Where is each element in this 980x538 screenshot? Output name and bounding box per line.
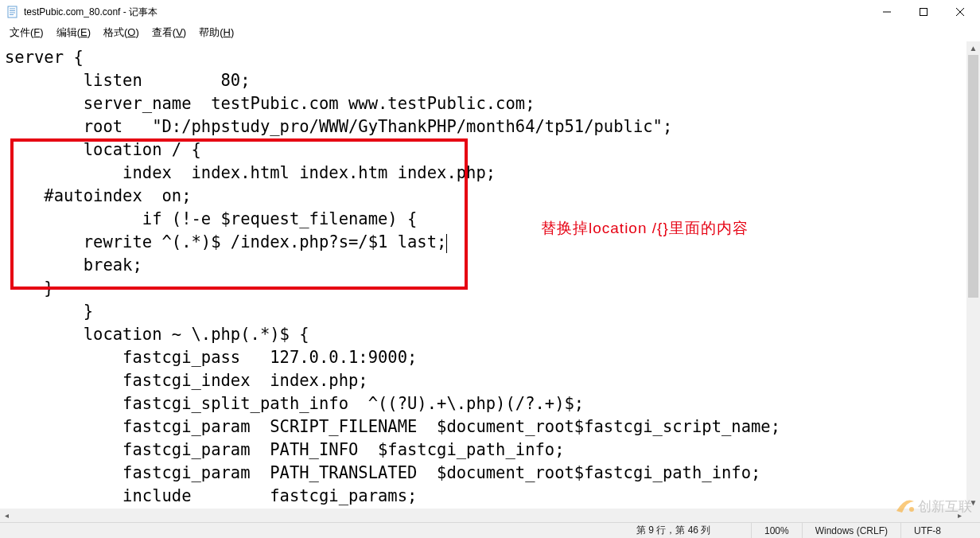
maximize-button[interactable] xyxy=(905,0,942,24)
editor-line: index index.html index.htm index.php; xyxy=(5,162,967,185)
status-bar: 第 9 行，第 46 列 100% Windows (CRLF) UTF-8 xyxy=(0,522,980,538)
minimize-button[interactable] xyxy=(869,0,905,24)
editor-line: fastcgi_param SCRIPT_FILENAME $document_… xyxy=(5,415,967,439)
editor-line: fastcgi_param PATH_TRANSLATED $document_… xyxy=(5,462,967,485)
scroll-down-arrow-icon[interactable]: ▼ xyxy=(966,496,980,509)
window-title: testPubic.com_80.conf - 记事本 xyxy=(24,6,869,19)
window-controls xyxy=(869,0,978,24)
editor-line: if (!-e $request_filename) { xyxy=(5,208,967,231)
svg-rect-6 xyxy=(920,9,928,16)
scrollbar-corner xyxy=(966,509,980,522)
horizontal-scroll-track[interactable] xyxy=(14,509,953,522)
scroll-right-arrow-icon[interactable]: ▸ xyxy=(953,509,966,522)
text-editor-area[interactable]: server { listen 80; server_name testPubi… xyxy=(0,41,980,509)
scroll-left-arrow-icon[interactable]: ◂ xyxy=(0,509,14,522)
svg-rect-0 xyxy=(8,6,17,18)
editor-line: listen 80; xyxy=(5,69,967,92)
editor-line: #autoindex on; xyxy=(5,185,967,208)
vertical-scroll-thumb[interactable] xyxy=(968,55,978,298)
editor-line: } xyxy=(5,300,967,323)
text-cursor xyxy=(446,234,447,253)
editor-line: break; xyxy=(5,254,967,277)
editor-line: fastcgi_split_path_info ^((?U).+\.php)(/… xyxy=(5,392,967,415)
title-bar: testPubic.com_80.conf - 记事本 xyxy=(0,0,980,24)
editor-line: server_name testPubic.com www.testPublic… xyxy=(5,92,967,115)
editor-line: root "D:/phpstudy_pro/WWW/GyThankPHP/mon… xyxy=(5,115,967,138)
editor-line: rewrite ^(.*)$ /index.php?s=/$1 last; xyxy=(5,231,967,254)
vertical-scrollbar[interactable]: ▲ ▼ xyxy=(966,41,980,509)
menu-format[interactable]: 格式(O) xyxy=(97,25,146,41)
editor-line: include fastcgi_params; xyxy=(5,485,967,508)
status-cursor-position: 第 9 行，第 46 列 xyxy=(624,523,751,538)
editor-line: fastcgi_param PATH_INFO $fastcgi_path_in… xyxy=(5,439,967,462)
editor-line: location / { xyxy=(5,138,967,162)
annotation-text: 替换掉location /{}里面的内容 xyxy=(541,218,749,239)
editor-line: server { xyxy=(5,46,967,69)
vertical-scroll-track[interactable] xyxy=(966,55,980,496)
menu-file[interactable]: 文件(F) xyxy=(3,25,50,41)
editor-line: fastcgi_pass 127.0.0.1:9000; xyxy=(5,346,967,369)
editor-line: fastcgi_index index.php; xyxy=(5,369,967,392)
status-zoom: 100% xyxy=(751,523,802,538)
menu-help[interactable]: 帮助(H) xyxy=(192,25,240,41)
menu-view[interactable]: 查看(V) xyxy=(146,25,192,41)
menu-edit[interactable]: 编辑(E) xyxy=(50,25,97,41)
scroll-up-arrow-icon[interactable]: ▲ xyxy=(966,41,980,55)
editor-line: } xyxy=(5,277,967,300)
menu-bar: 文件(F) 编辑(E) 格式(O) 查看(V) 帮助(H) xyxy=(0,24,980,41)
status-line-ending: Windows (CRLF) xyxy=(802,523,900,538)
notepad-icon xyxy=(6,6,19,18)
editor-line: location ~ \.php(.*)$ { xyxy=(5,323,967,346)
horizontal-scrollbar[interactable]: ◂ ▸ xyxy=(0,509,966,522)
close-button[interactable] xyxy=(942,0,978,24)
status-encoding: UTF-8 xyxy=(900,523,980,538)
